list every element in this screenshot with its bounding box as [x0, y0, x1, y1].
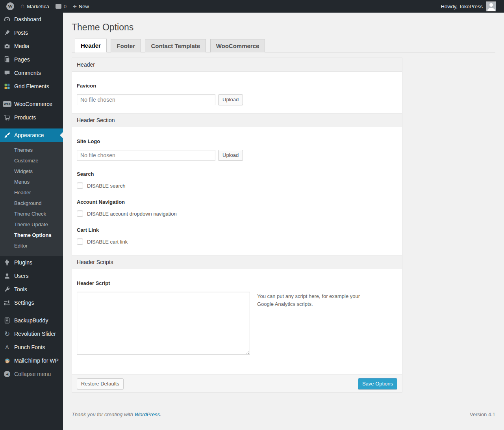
sidebar-item-label: Appearance — [14, 132, 44, 138]
tab-contact-template[interactable]: Contact Template — [145, 39, 206, 52]
tab-footer[interactable]: Footer — [111, 39, 141, 52]
sidebar-item-plugins[interactable]: Plugins — [0, 256, 63, 269]
header-script-help-text: You can put any script here, for example… — [257, 292, 377, 308]
footer-thanks-text: Thank you for creating with WordPress. — [72, 411, 161, 417]
submenu-item-customize[interactable]: Customize — [0, 155, 63, 166]
submenu-item-themes[interactable]: Themes — [0, 145, 63, 155]
new-label: New — [79, 4, 89, 9]
submenu-item-editor[interactable]: Editor — [0, 240, 63, 251]
sidebar-item-punch-fonts[interactable]: A Punch Fonts — [0, 341, 63, 354]
dashboard-icon — [3, 15, 11, 23]
favicon-label: Favicon — [77, 83, 397, 89]
grid-elements-icon — [3, 82, 11, 90]
search-label: Search — [77, 171, 397, 177]
wordpress-logo-menu[interactable]: W — [3, 0, 17, 13]
camera-icon — [3, 42, 11, 50]
home-icon: ⌂ — [20, 2, 24, 10]
sidebar-item-label: Punch Fonts — [14, 344, 45, 350]
sidebar-item-label: Comments — [14, 70, 41, 76]
new-content-menu[interactable]: + New — [70, 0, 92, 13]
submenu-item-header[interactable]: Header — [0, 187, 63, 198]
site-logo-file-input[interactable] — [77, 150, 215, 161]
submenu-item-theme-check[interactable]: Theme Check — [0, 208, 63, 219]
site-link[interactable]: ⌂ Marketica — [17, 0, 52, 13]
tab-header[interactable]: Header — [75, 39, 107, 52]
sidebar-item-mailchimp[interactable]: MailChimp for WP — [0, 354, 63, 367]
submenu-item-theme-update[interactable]: Theme Update — [0, 219, 63, 230]
theme-options-panel: Header Favicon Upload Header Section Sit… — [72, 58, 402, 393]
sidebar-item-dashboard[interactable]: Dashboard — [0, 13, 63, 26]
sidebar-item-backupbuddy[interactable]: BackupBuddy — [0, 314, 63, 327]
sidebar-item-settings[interactable]: Settings — [0, 296, 63, 309]
panel-footer-bar: Restore Defaults Save Options — [72, 375, 402, 392]
woocommerce-icon: Woo — [3, 100, 11, 108]
disable-account-nav-checkbox[interactable] — [77, 210, 83, 217]
page-title: Theme Options — [72, 22, 495, 33]
sliders-icon — [3, 299, 11, 307]
section-header-section-body: Site Logo Upload Search DISABLE search A… — [72, 127, 402, 255]
disable-search-checkbox[interactable] — [77, 182, 83, 189]
favicon-file-input[interactable] — [77, 94, 215, 105]
submenu-item-menus[interactable]: Menus — [0, 177, 63, 187]
wordpress-link[interactable]: WordPress — [135, 411, 160, 417]
submenu-item-theme-options[interactable]: Theme Options — [0, 230, 63, 240]
sidebar-item-label: Settings — [14, 300, 34, 306]
rotate-arrows-icon: ↻ — [3, 330, 11, 338]
tab-woocommerce[interactable]: WooCommerce — [210, 39, 265, 52]
sidebar-item-label: MailChimp for WP — [14, 357, 59, 364]
section-header-body: Favicon Upload — [72, 72, 402, 114]
section-header-scripts-title: Header Scripts — [72, 255, 402, 269]
sidebar-item-appearance[interactable]: Appearance — [0, 128, 63, 142]
pushpin-icon — [3, 29, 11, 37]
collapse-menu-button[interactable]: ◀ Collapse menu — [0, 367, 63, 381]
sidebar-item-label: Pages — [14, 56, 30, 63]
disable-cart-link-checkbox[interactable] — [77, 238, 83, 245]
plus-icon: + — [73, 3, 77, 10]
appearance-submenu: Themes Customize Widgets Menus Header Ba… — [0, 142, 63, 256]
sidebar-item-label: Posts — [14, 30, 28, 36]
sidebar-item-users[interactable]: Users — [0, 269, 63, 283]
menu-separator — [0, 309, 63, 314]
mailchimp-monkey-icon — [3, 357, 11, 365]
sidebar-item-tools[interactable]: Tools — [0, 283, 63, 296]
disable-search-checkbox-label: DISABLE search — [87, 183, 126, 189]
footer-version-text: Version 4.1 — [470, 411, 495, 417]
section-header-scripts-body: Header Script You can put any script her… — [72, 269, 402, 375]
site-logo-label: Site Logo — [77, 138, 397, 144]
comments-link[interactable]: 0 — [52, 0, 70, 13]
wordpress-logo-icon: W — [6, 2, 14, 10]
menu-separator — [0, 93, 63, 97]
disable-cart-link-checkbox-label: DISABLE cart link — [87, 239, 128, 245]
save-options-button[interactable]: Save Options — [358, 378, 397, 389]
pages-icon — [3, 56, 11, 63]
user-icon — [3, 272, 11, 280]
site-logo-upload-button[interactable]: Upload — [218, 150, 243, 161]
submenu-item-background[interactable]: Background — [0, 198, 63, 208]
sidebar-item-revolution-slider[interactable]: ↻ Revolution Slider — [0, 327, 63, 341]
sidebar-item-woocommerce[interactable]: Woo WooCommerce — [0, 97, 63, 111]
sidebar-item-label: Dashboard — [14, 16, 41, 22]
brush-icon — [3, 131, 11, 139]
sidebar-item-comments[interactable]: Comments — [0, 66, 63, 80]
header-script-textarea[interactable] — [77, 292, 250, 355]
sidebar-item-pages[interactable]: Pages — [0, 53, 63, 66]
site-name: Marketica — [27, 4, 49, 9]
sidebar-item-label: Grid Elements — [14, 83, 49, 89]
sidebar-item-label: Plugins — [14, 259, 32, 266]
comment-count: 0 — [64, 4, 67, 9]
favicon-upload-button[interactable]: Upload — [218, 94, 243, 105]
sidebar-item-label: Revolution Slider — [14, 331, 56, 337]
sidebar-item-grid-elements[interactable]: Grid Elements — [0, 80, 63, 93]
sidebar-item-products[interactable]: Products — [0, 111, 63, 124]
disable-account-nav-checkbox-label: DISABLE account dropdown navigation — [87, 211, 177, 217]
sidebar-item-media[interactable]: Media — [0, 39, 63, 53]
admin-sidebar: Dashboard Posts Media Pages Comments Gri… — [0, 13, 63, 430]
sidebar-item-label: WooCommerce — [14, 101, 52, 107]
menu-separator — [0, 124, 63, 128]
sidebar-item-posts[interactable]: Posts — [0, 26, 63, 39]
restore-defaults-button[interactable]: Restore Defaults — [77, 378, 124, 389]
my-account-menu[interactable]: Howdy, TokoPress — [438, 0, 499, 13]
section-header-section-title: Header Section — [72, 114, 402, 127]
admin-bar: W ⌂ Marketica 0 + New Howdy, TokoPress — [0, 0, 504, 13]
submenu-item-widgets[interactable]: Widgets — [0, 166, 63, 177]
